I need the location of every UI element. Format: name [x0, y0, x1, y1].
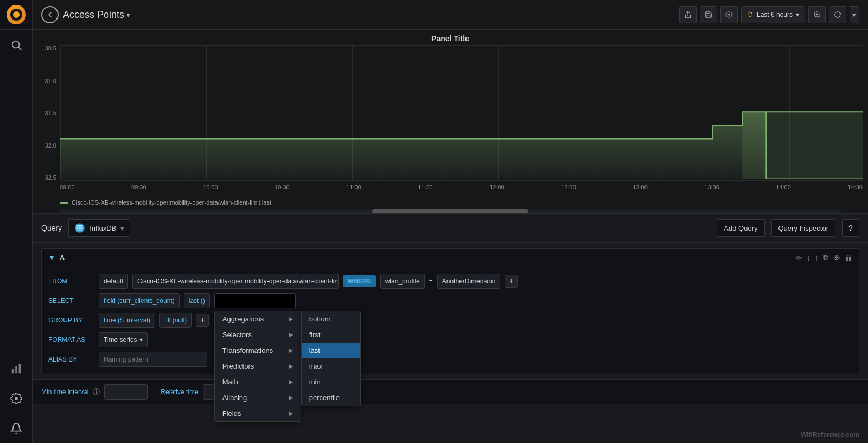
influxdb-icon — [74, 223, 85, 233]
search-icon — [10, 39, 22, 51]
datasource-selector[interactable]: InfluxDB ▾ — [68, 219, 130, 237]
format-as-value: Time series — [104, 336, 137, 344]
relative-time-label: Relative time — [161, 388, 198, 396]
submenu-first[interactable]: first — [302, 327, 360, 343]
refresh-caret-button[interactable]: ▾ — [850, 6, 859, 23]
add-query-button[interactable]: Add Query — [717, 219, 764, 237]
move-up-icon[interactable]: ↑ — [815, 254, 819, 262]
from-label: FROM — [48, 277, 94, 285]
datasource-caret: ▾ — [120, 224, 124, 232]
clock-icon: ⏱ — [747, 11, 754, 18]
select-fn-value[interactable]: last () — [184, 293, 210, 308]
menu-item-aggregations[interactable]: Aggregations ▶ — [215, 311, 301, 327]
group-by-time-value[interactable]: time ($_interval) — [99, 313, 155, 328]
toggle-visibility-icon[interactable]: 👁 — [833, 254, 840, 262]
time-range-caret: ▾ — [796, 11, 799, 18]
min-interval-field: Min time interval ⓘ — [41, 384, 148, 400]
from-row: FROM default Cisco-IOS-XE-wireless-mobil… — [42, 271, 859, 291]
save-icon — [705, 11, 712, 18]
x-label-8: 13:00 — [633, 184, 648, 191]
predictors-arrow: ▶ — [289, 363, 293, 370]
svg-point-5 — [15, 397, 18, 400]
sidebar-item-settings[interactable] — [0, 383, 33, 413]
move-down-icon[interactable]: ↓ — [807, 254, 810, 262]
zoom-icon — [813, 11, 821, 18]
submenu-max[interactable]: max — [302, 358, 360, 374]
aggregations-arrow: ▶ — [289, 315, 293, 322]
settings-button[interactable] — [720, 6, 738, 23]
sidebar-item-search[interactable] — [0, 30, 33, 60]
y-axis: 32.5 32.0 31.5 31.0 30.5 — [33, 45, 60, 181]
bell-icon — [10, 422, 22, 434]
from-default-value[interactable]: default — [99, 274, 128, 289]
chart-scrollbar[interactable] — [60, 209, 841, 213]
time-range-button[interactable]: ⏱ Last 6 hours ▾ — [741, 6, 805, 23]
chart-icon — [10, 363, 22, 375]
menu-item-math[interactable]: Math ▶ — [215, 374, 301, 390]
math-arrow: ▶ — [289, 378, 293, 385]
fields-arrow: ▶ — [289, 410, 293, 417]
query-inspector-button[interactable]: Query Inspector — [771, 219, 836, 237]
min-interval-input[interactable] — [104, 384, 148, 400]
scrollbar-thumb[interactable] — [372, 209, 528, 213]
select-search-input[interactable] — [214, 293, 296, 308]
dashboard-title-caret[interactable]: ▾ — [126, 10, 130, 19]
x-label-7: 12:30 — [561, 184, 576, 191]
menu-item-fields[interactable]: Fields ▶ — [215, 406, 301, 421]
zoom-button[interactable] — [808, 6, 826, 23]
aliasing-arrow: ▶ — [289, 394, 293, 401]
group-by-fill-value[interactable]: fill (null) — [159, 313, 192, 328]
min-interval-info-icon[interactable]: ⓘ — [93, 387, 100, 397]
y-label-5: 32.5 — [33, 174, 60, 181]
chart-container: 32.5 32.0 31.5 31.0 30.5 — [33, 45, 868, 197]
sidebar-logo — [0, 0, 33, 30]
topbar: Access Points ▾ — [33, 0, 868, 30]
query-collapse-toggle[interactable]: ▼ — [48, 254, 55, 262]
svg-point-17 — [76, 227, 84, 230]
menu-item-transformations[interactable]: Transformations ▶ — [215, 343, 301, 358]
where-dimension-value[interactable]: AnotherDimension — [437, 274, 501, 289]
time-range-label: Last 6 hours — [757, 11, 793, 18]
select-context-area: Aggregations ▶ Selectors ▶ Transformatio… — [214, 293, 852, 308]
query-section-label: Query — [41, 224, 62, 232]
menu-item-aliasing[interactable]: Aliasing ▶ — [215, 390, 301, 406]
x-label-3: 10:30 — [275, 184, 290, 191]
menu-item-predictors[interactable]: Predictors ▶ — [215, 358, 301, 374]
group-by-label: GROUP BY — [48, 317, 94, 324]
format-as-selector[interactable]: Time series ▾ — [99, 332, 148, 347]
submenu-min[interactable]: min — [302, 374, 360, 390]
add-where-button[interactable]: + — [505, 275, 518, 288]
select-field-value[interactable]: field (curr_clients_count) — [99, 293, 180, 308]
datasource-name: InfluxDB — [90, 224, 116, 232]
help-button[interactable]: ? — [842, 219, 859, 237]
from-measurement-value[interactable]: Cisco-IOS-XE-wireless-mobility-oper:mobi… — [132, 274, 339, 289]
refresh-icon — [834, 11, 841, 18]
add-group-by-button[interactable]: + — [196, 314, 209, 327]
submenu-last[interactable]: last — [302, 343, 360, 358]
dashboard-title-text: Access Points — [63, 9, 124, 21]
duplicate-query-icon[interactable]: ⧉ — [823, 253, 828, 262]
chart-inner — [60, 45, 863, 181]
settings-icon — [725, 11, 733, 18]
share-button[interactable] — [679, 6, 697, 23]
save-button[interactable] — [700, 6, 717, 23]
query-action-icons: ✏ ↓ ↑ ⧉ 👁 🗑 — [796, 253, 852, 262]
menu-item-selectors[interactable]: Selectors ▶ — [215, 327, 301, 343]
select-row: SELECT field (curr_clients_count) last (… — [42, 291, 859, 311]
format-as-caret: ▾ — [139, 336, 143, 344]
bottom-section: Min time interval ⓘ Relative time — [33, 379, 868, 404]
y-label-1: 30.5 — [33, 45, 60, 52]
sidebar-item-home[interactable] — [0, 353, 33, 383]
submenu-percentile[interactable]: percentile — [302, 390, 360, 406]
back-button[interactable] — [41, 6, 59, 23]
submenu-bottom[interactable]: bottom — [302, 311, 360, 327]
gear-icon — [10, 393, 22, 404]
edit-query-icon[interactable]: ✏ — [796, 254, 802, 262]
where-key-value[interactable]: wlan_profile — [380, 274, 425, 289]
x-label-6: 12:00 — [489, 184, 505, 191]
delete-query-icon[interactable]: 🗑 — [845, 254, 852, 262]
grafana-logo-icon — [7, 5, 26, 24]
refresh-button[interactable] — [829, 6, 846, 23]
alias-by-input[interactable] — [99, 352, 207, 367]
sidebar-item-alerts[interactable] — [0, 413, 33, 443]
